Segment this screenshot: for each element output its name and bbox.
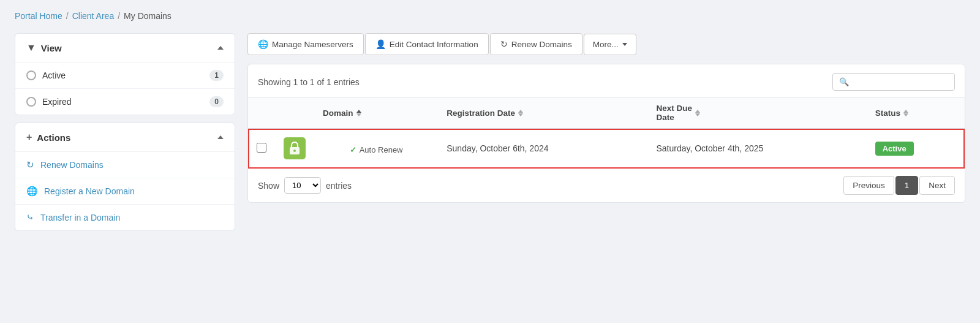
manage-nameservers-button[interactable]: 🌐 Manage Nameservers bbox=[247, 33, 364, 55]
show-entries: Show 10 25 50 100 entries bbox=[258, 177, 352, 194]
plus-icon: + bbox=[26, 132, 32, 143]
table-area: Showing 1 to 1 of 1 entries 🔍 bbox=[247, 64, 965, 203]
sort-arrows-domain bbox=[356, 110, 361, 116]
breadcrumb-sep-1: / bbox=[66, 11, 69, 21]
next-button[interactable]: Next bbox=[919, 176, 955, 195]
transfer-icon: ⤷ bbox=[26, 212, 34, 223]
caret-down-icon bbox=[622, 43, 627, 46]
page-wrapper: Portal Home / Client Area / My Domains ▼… bbox=[0, 0, 980, 242]
edit-contact-button[interactable]: 👤 Edit Contact Information bbox=[365, 33, 489, 55]
row-checkbox-cell bbox=[248, 129, 275, 169]
breadcrumb-my-domains: My Domains bbox=[124, 11, 172, 21]
row-next-due-cell: Saturday, October 4th, 2025 bbox=[647, 129, 866, 169]
row-reg-date-cell: Sunday, October 6th, 2024 bbox=[438, 129, 647, 169]
th-next-due-label: Next DueDate bbox=[656, 104, 692, 122]
toolbar: 🌐 Manage Nameservers 👤 Edit Contact Info… bbox=[247, 33, 965, 55]
user-btn-icon: 👤 bbox=[375, 39, 386, 49]
row-status-cell: Active bbox=[867, 129, 965, 169]
entries-label: entries bbox=[326, 181, 352, 191]
sort-arrows-due bbox=[695, 110, 700, 116]
main-content: 🌐 Manage Nameservers 👤 Edit Contact Info… bbox=[247, 33, 965, 203]
table-footer: Show 10 25 50 100 entries Previous 1 Nex… bbox=[248, 169, 965, 202]
row-domain-cell: ✓ Auto Renew bbox=[314, 129, 438, 169]
sort-down-due-icon bbox=[695, 113, 700, 116]
more-button[interactable]: More... bbox=[584, 34, 636, 55]
sort-down-status-icon bbox=[903, 113, 908, 116]
row-checkbox[interactable] bbox=[257, 143, 266, 153]
view-label: View bbox=[41, 43, 62, 53]
th-registration-date[interactable]: Registration Date bbox=[438, 97, 647, 129]
view-card: ▼ View Active 1 Expired bbox=[15, 33, 235, 115]
th-checkbox bbox=[248, 97, 275, 129]
sort-up-reg-icon bbox=[518, 110, 523, 113]
sort-arrows-reg bbox=[518, 110, 523, 116]
sort-arrows-status bbox=[903, 110, 908, 116]
row-lock-cell bbox=[275, 129, 314, 169]
th-next-due-date[interactable]: Next DueDate bbox=[647, 97, 866, 129]
th-status-label: Status bbox=[875, 108, 900, 118]
status-badge: Active bbox=[875, 142, 914, 156]
edit-contact-label: Edit Contact Information bbox=[390, 40, 478, 49]
sidebar-expired-label: Expired bbox=[42, 97, 71, 107]
sidebar-item-expired[interactable]: Expired 0 bbox=[15, 89, 235, 115]
manage-nameservers-label: Manage Nameservers bbox=[272, 40, 353, 49]
entries-select[interactable]: 10 25 50 100 bbox=[284, 177, 321, 194]
pagination: Previous 1 Next bbox=[843, 176, 955, 195]
show-label: Show bbox=[258, 181, 279, 191]
more-label: More... bbox=[593, 40, 619, 49]
sidebar-item-active[interactable]: Active 1 bbox=[15, 63, 235, 89]
sort-down-icon bbox=[356, 113, 361, 116]
domain-table: Domain Registration Date bbox=[248, 97, 965, 169]
search-icon: 🔍 bbox=[839, 77, 849, 86]
auto-renew: ✓ Auto Renew bbox=[350, 145, 403, 154]
sort-down-reg-icon bbox=[518, 113, 523, 116]
svg-point-1 bbox=[293, 150, 296, 152]
search-box: 🔍 bbox=[832, 73, 955, 91]
register-domain-label: Register a New Domain bbox=[44, 186, 135, 196]
next-due-date: Saturday, October 4th, 2025 bbox=[656, 143, 763, 153]
renew-domains-toolbar-label: Renew Domains bbox=[511, 40, 572, 49]
renew-domains-label: Renew Domains bbox=[40, 160, 104, 170]
lock-icon bbox=[284, 137, 306, 159]
table-info-row: Showing 1 to 1 of 1 entries 🔍 bbox=[248, 64, 965, 97]
th-lock bbox=[275, 97, 314, 129]
sidebar-register-domain[interactable]: 🌐 Register a New Domain bbox=[15, 178, 235, 205]
sidebar-active-count: 1 bbox=[209, 70, 224, 81]
breadcrumb-portal-home[interactable]: Portal Home bbox=[15, 11, 62, 21]
check-icon: ✓ bbox=[350, 145, 356, 154]
registration-date: Sunday, October 6th, 2024 bbox=[447, 143, 548, 153]
sidebar-active-label: Active bbox=[42, 70, 66, 80]
filter-icon: ▼ bbox=[26, 42, 36, 53]
breadcrumb-client-area[interactable]: Client Area bbox=[72, 11, 114, 21]
globe-icon: 🌐 bbox=[26, 186, 38, 197]
sidebar-transfer-domain[interactable]: ⤷ Transfer in a Domain bbox=[15, 205, 235, 230]
radio-active[interactable] bbox=[26, 70, 36, 80]
sidebar-renew-domains[interactable]: ↻ Renew Domains bbox=[15, 152, 235, 178]
search-input[interactable] bbox=[853, 77, 948, 86]
page-1-button[interactable]: 1 bbox=[895, 176, 919, 195]
renew-btn-icon: ↻ bbox=[500, 39, 508, 49]
table-row[interactable]: ✓ Auto Renew Sunday, October 6th, 2024 S… bbox=[248, 129, 965, 169]
sidebar-expired-count: 0 bbox=[209, 96, 224, 107]
main-layout: ▼ View Active 1 Expired bbox=[15, 33, 965, 231]
view-card-header[interactable]: ▼ View bbox=[15, 34, 235, 63]
sort-up-due-icon bbox=[695, 110, 700, 113]
actions-card-header[interactable]: + Actions bbox=[15, 123, 235, 152]
globe-btn-icon: 🌐 bbox=[258, 39, 268, 49]
th-reg-date-label: Registration Date bbox=[447, 108, 515, 118]
auto-renew-label: Auto Renew bbox=[360, 145, 403, 154]
previous-button[interactable]: Previous bbox=[843, 176, 894, 195]
sort-up-status-icon bbox=[903, 110, 908, 113]
sort-up-icon bbox=[356, 110, 361, 113]
renew-domains-button[interactable]: ↻ Renew Domains bbox=[490, 33, 582, 55]
th-status[interactable]: Status bbox=[867, 97, 965, 129]
breadcrumb: Portal Home / Client Area / My Domains bbox=[15, 11, 965, 21]
transfer-domain-label: Transfer in a Domain bbox=[40, 213, 120, 222]
view-chevron-up-icon bbox=[217, 46, 224, 50]
actions-label: Actions bbox=[37, 132, 70, 143]
radio-expired[interactable] bbox=[26, 97, 36, 107]
actions-card: + Actions ↻ Renew Domains 🌐 Register a N… bbox=[15, 123, 235, 231]
sidebar: ▼ View Active 1 Expired bbox=[15, 33, 235, 231]
th-domain[interactable]: Domain bbox=[314, 97, 438, 129]
table-header-row: Domain Registration Date bbox=[248, 97, 965, 129]
